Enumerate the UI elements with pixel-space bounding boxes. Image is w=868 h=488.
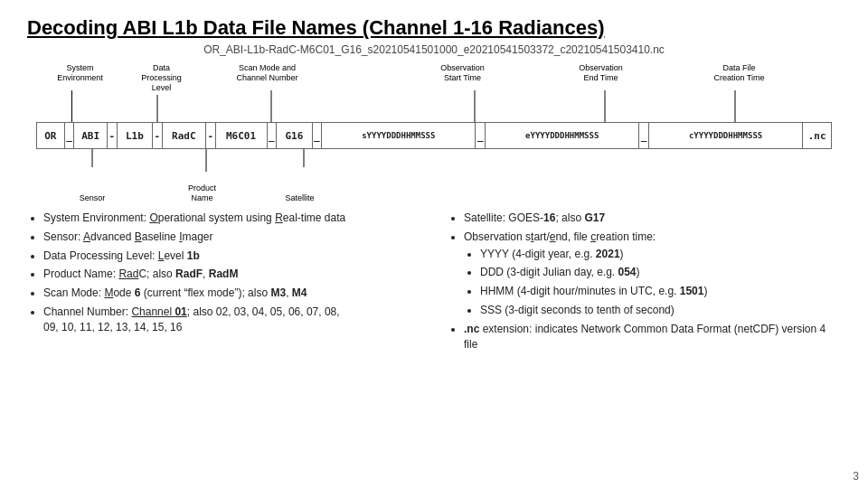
label-system-env: SystemEnvironment (52, 63, 108, 83)
seg-l1b: L1b (118, 123, 154, 148)
seg-or: OR (37, 123, 65, 148)
bullet-scan-mode: Scan Mode: Mode 6 (current “flex mode”);… (43, 286, 420, 301)
seg-dash2: - (153, 123, 163, 148)
bullet-nc-extension: .nc extension: indicates Network Common … (464, 322, 841, 352)
filename-example: OR_ABI-L1b-RadC-M6C01_G16_s2021054150100… (27, 43, 841, 56)
bullets-right: Satellite: GOES-16; also G17 Observation… (448, 211, 841, 355)
bullet-sensor: Sensor: Advanced Baseline Imager (43, 230, 420, 245)
seg-abi: ABI (74, 123, 108, 148)
seg-g16: G16 (277, 123, 313, 148)
bullet-channel-number: Channel Number: Channel 01; also 02, 03,… (43, 305, 420, 335)
seg-us3: _ (313, 123, 323, 148)
seg-nc: .nc (803, 123, 831, 148)
seg-dash3: - (206, 123, 216, 148)
seg-us2: _ (268, 123, 278, 148)
bullet-product-name: Product Name: RadC; also RadF, RadM (43, 267, 420, 282)
bullet-system-env: System Environment: Operational system u… (43, 211, 420, 226)
diagram-area: SystemEnvironment DataProcessingLevel Sc… (27, 63, 841, 203)
bullet-data-proc: Data Processing Level: Level 1b (43, 249, 420, 264)
bullets-container: System Environment: Operational system u… (27, 211, 841, 355)
seg-us5: _ (639, 123, 649, 148)
label-product-name: ProductName (174, 183, 231, 203)
label-obs-end: ObservationEnd Time (564, 63, 637, 83)
sub-ddd: DDD (3-digit Julian day, e.g. 054) (480, 265, 841, 280)
sub-yyyy: YYYY (4-digit year, e.g. 2021) (480, 247, 841, 262)
bullets-left: System Environment: Operational system u… (27, 211, 420, 355)
seg-end-time: eYYYYDDDHHMMSSS (486, 123, 639, 148)
seg-start-time: sYYYYDDDHHMMSSS (322, 123, 476, 148)
label-data-file: Data FileCreation Time (703, 63, 776, 83)
label-data-proc: DataProcessingLevel (133, 63, 190, 92)
label-sensor: Sensor (68, 193, 117, 203)
sub-sss: SSS (3-digit seconds to tenth of second) (480, 303, 841, 318)
page-title: Decoding ABI L1b Data File Names (Channe… (27, 16, 841, 40)
bullet-obs-time: Observation start/end, file creation tim… (464, 230, 841, 318)
seg-us4: _ (476, 123, 486, 148)
page-number: 3 (853, 470, 859, 483)
seg-radc: RadC (163, 123, 206, 148)
seg-dash1: - (108, 123, 118, 148)
label-obs-start: ObservationStart Time (426, 63, 499, 83)
seg-m6c01: M6C01 (216, 123, 268, 148)
bullet-satellite: Satellite: GOES-16; also G17 (464, 211, 841, 226)
label-scan-mode: Scan Mode andChannel Number (231, 63, 304, 83)
label-satellite: Satellite (271, 193, 328, 203)
filename-bar: OR _ ABI - L1b - RadC - M6C01 _ G16 _ sY… (36, 122, 832, 149)
sub-hhmm: HHMM (4-digit hour/minutes in UTC, e.g. … (480, 284, 841, 299)
seg-create-time: cYYYYDDDHHMMSSS (649, 123, 803, 148)
seg-us1: _ (65, 123, 75, 148)
